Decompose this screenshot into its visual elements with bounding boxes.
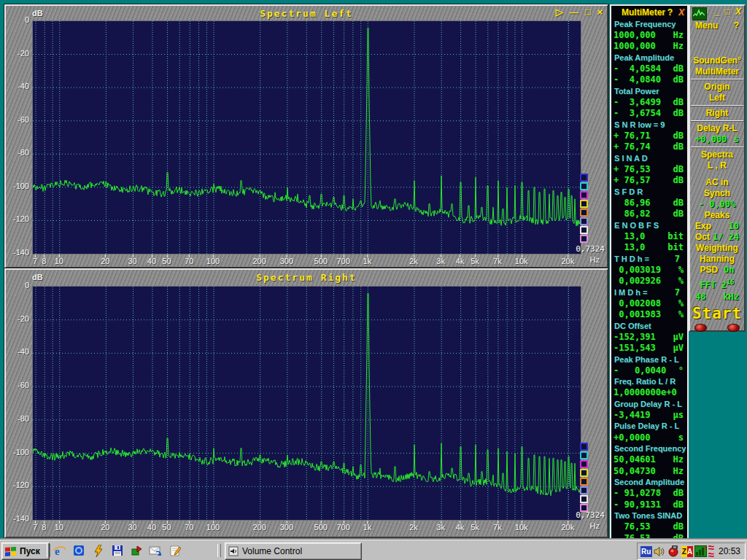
y-tick-label: -100	[6, 182, 29, 190]
help-button[interactable]: ?	[667, 7, 673, 18]
x-tick-label: 7k	[493, 523, 502, 532]
synch-button[interactable]: Synch	[690, 188, 744, 199]
notes-icon[interactable]	[167, 543, 183, 558]
main-control-panel: _ □ X Menu ? SoundGen° MultiMeter Origin…	[689, 4, 746, 332]
exp-button[interactable]: Exp	[695, 221, 711, 232]
meter-label: Second Frequency	[611, 443, 687, 454]
antivirus-monitor-icon[interactable]	[667, 545, 680, 558]
x-tick-label: 20	[101, 257, 109, 265]
media-app-icon[interactable]	[128, 543, 144, 558]
x-tick-mark	[460, 254, 461, 257]
trace-color-swatch[interactable]	[580, 478, 588, 486]
close-button[interactable]: X	[735, 7, 741, 17]
trace-color-swatch[interactable]	[580, 235, 588, 243]
oct-button[interactable]: Oct	[695, 232, 710, 243]
spectra-button[interactable]: Spectra	[690, 149, 744, 160]
volume-speaker-icon[interactable]	[654, 545, 666, 558]
close-button[interactable]: X	[678, 7, 684, 18]
multimeter-button[interactable]: MultiMeter	[690, 66, 744, 77]
trace-color-swatch[interactable]	[580, 191, 588, 199]
origin-button[interactable]: Origin	[690, 82, 744, 93]
soundgen-button[interactable]: SoundGen°	[690, 55, 744, 66]
meter-value: +0,0000s	[611, 432, 687, 443]
x-tick-label: 10	[55, 257, 63, 265]
psd-value: On	[724, 265, 734, 276]
x-tick-mark	[44, 254, 44, 257]
quickview-app-icon[interactable]	[71, 543, 87, 558]
peaks-button[interactable]: Peaks	[690, 210, 744, 221]
fft-size-button[interactable]: FFT 216	[690, 276, 744, 292]
trace-color-swatch[interactable]	[580, 226, 588, 234]
x-tick-label: 30	[128, 257, 136, 265]
trace-color-swatch[interactable]	[580, 443, 588, 451]
meter-value: 50,04730Hz	[611, 465, 687, 476]
trace-color-swatch[interactable]	[580, 469, 588, 477]
toolbar-grip[interactable]	[47, 544, 50, 557]
start-button[interactable]: Пуск	[1, 542, 50, 560]
trace-color-swatch[interactable]	[580, 504, 588, 512]
minimize-button[interactable]: —	[569, 7, 578, 18]
trace-color-swatch[interactable]	[580, 460, 588, 468]
left-channel-led[interactable]	[694, 324, 707, 332]
toolbar-grip[interactable]	[217, 544, 221, 557]
trace-color-swatch[interactable]	[580, 174, 588, 182]
titlebar[interactable]: Spectrum Right	[6, 270, 607, 284]
close-button[interactable]: ×	[597, 7, 603, 18]
meter-app-tray-icon[interactable]	[694, 545, 707, 558]
minimize-button[interactable]: _	[714, 7, 719, 17]
mail-icon[interactable]	[147, 543, 163, 558]
x-tick-label: 3k	[436, 257, 445, 265]
y-tick-label: 0	[6, 15, 29, 24]
help-button[interactable]: ?	[734, 20, 739, 31]
play-icon[interactable]: ▷	[556, 7, 563, 18]
start-measurement-button[interactable]: Start	[690, 305, 744, 322]
wave-tray-icon[interactable]: ≈≈	[708, 544, 713, 559]
taskbar: Пуск e Volume Control Ru ZA	[0, 540, 747, 560]
zonealarm-icon[interactable]: ZA	[681, 546, 693, 557]
spectra-channels-button[interactable]: L , R	[690, 160, 744, 171]
oct-value: 1/ 24	[713, 232, 739, 243]
menu-button[interactable]: Menu	[695, 20, 718, 31]
language-indicator[interactable]: Ru	[640, 546, 652, 557]
volume-control-task-button[interactable]: Volume Control	[225, 542, 362, 560]
y-axis-unit: dB	[32, 273, 43, 281]
weighting-button[interactable]: Weighting	[690, 243, 744, 254]
delay-button[interactable]: Delay R-L	[690, 123, 744, 134]
meter-value: -3,4419µs	[611, 409, 687, 420]
trace-color-swatch[interactable]	[580, 486, 588, 494]
right-channel-led[interactable]	[727, 324, 740, 332]
winamp-icon[interactable]	[90, 543, 107, 558]
trace-color-swatch[interactable]	[580, 217, 588, 225]
meter-label: S F D R	[611, 186, 687, 197]
x-tick-label: 40	[147, 257, 156, 265]
x-tick-label: 200	[252, 257, 266, 265]
trace-color-swatch[interactable]	[580, 182, 588, 190]
y-axis-unit: dB	[32, 9, 43, 18]
origin-left-button[interactable]: Left	[690, 93, 744, 104]
origin-right-button[interactable]: Right	[690, 108, 744, 119]
x-tick-label: 10k	[515, 523, 528, 532]
y-tick-label: -20	[6, 314, 29, 323]
meter-value: 0,002926%	[611, 276, 687, 287]
psd-button[interactable]: PSD	[700, 265, 718, 276]
x-tick-label: 20k	[561, 523, 574, 532]
window-function-button[interactable]: Hanning	[690, 254, 744, 265]
meter-value: 86,96dB	[611, 197, 687, 208]
meter-label: Peak Frequency	[611, 18, 687, 29]
maximize-button[interactable]: □	[585, 7, 591, 18]
trace-color-swatch[interactable]	[580, 200, 588, 208]
maximize-button[interactable]: □	[724, 7, 729, 17]
internet-explorer-icon[interactable]: e	[51, 543, 67, 558]
trace-color-swatch[interactable]	[580, 495, 588, 503]
sample-rate-unit: kHz	[723, 292, 739, 303]
ac-in-button[interactable]: AC in	[690, 177, 744, 188]
trace-color-swatch[interactable]	[580, 209, 588, 217]
titlebar[interactable]: Spectrum Left ▷ — □ ×	[6, 6, 607, 20]
trace-color-swatch[interactable]	[580, 451, 588, 459]
save-disk-icon[interactable]	[109, 543, 125, 558]
x-tick-mark	[287, 254, 287, 257]
x-tick-mark	[35, 254, 36, 257]
x-tick-mark	[321, 521, 322, 524]
spectrum-plot[interactable]	[32, 286, 581, 521]
spectrum-plot[interactable]	[32, 20, 581, 254]
